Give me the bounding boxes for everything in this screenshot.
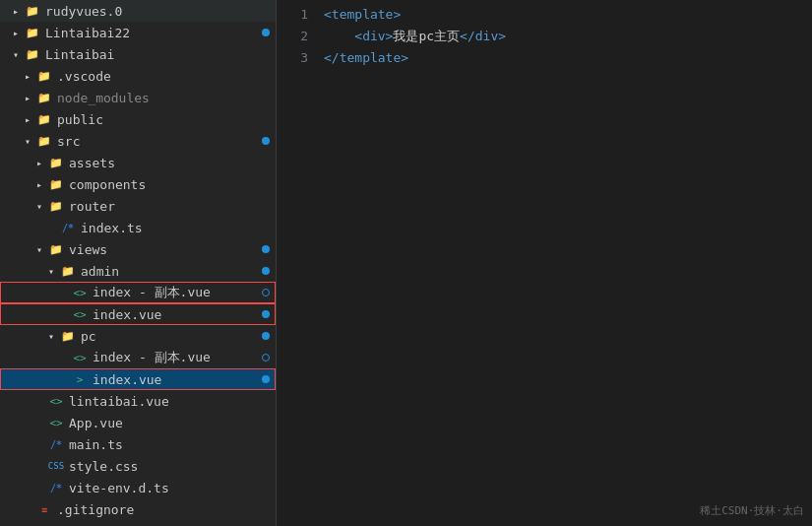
vue-icon: <> (71, 349, 89, 366)
file-admin-index-copy[interactable]: <> index - 副本.vue (0, 282, 276, 303)
file-router-index-ts[interactable]: /* index.ts (0, 217, 276, 238)
arrow-icon (20, 90, 35, 105)
folder-icon: 📁 (35, 110, 53, 128)
modified-dot (262, 267, 270, 275)
item-label: router (69, 199, 276, 214)
modified-dot (262, 354, 270, 362)
modified-dot (262, 29, 270, 36)
file-main-ts[interactable]: /* main.ts (0, 433, 276, 455)
vue-icon: <> (71, 284, 89, 301)
folder-icon: 📁 (47, 175, 65, 193)
vue-icon: <> (47, 414, 65, 431)
folder-icon: 📁 (24, 24, 41, 41)
watermark: 稀土CSDN·技林·太白 (700, 503, 804, 518)
item-label: main.ts (69, 437, 276, 452)
file-index-html[interactable]: <> index.html (0, 520, 276, 526)
item-label: lintaibai.vue (69, 394, 276, 409)
item-label: style.css (69, 459, 276, 474)
folder-icon: 📁 (24, 2, 41, 20)
arrow-icon (31, 155, 47, 170)
folder-components[interactable]: 📁 components (0, 173, 276, 195)
arrow-icon (8, 3, 24, 19)
code-line-3: </template> (324, 47, 812, 69)
folder-lintaibai[interactable]: 📁 Lintaibai (0, 43, 276, 65)
item-label: vite-env.d.ts (69, 481, 276, 495)
item-label: assets (69, 156, 276, 170)
ts-icon: /* (47, 479, 65, 496)
item-label: index - 副本.vue (93, 349, 262, 366)
arrow-icon (43, 328, 59, 344)
modified-dot (262, 375, 270, 383)
folder-icon: 📁 (47, 240, 65, 258)
html-icon: <> (35, 522, 53, 526)
arrow-icon (20, 133, 35, 149)
modified-dot (262, 332, 270, 340)
item-label: components (69, 177, 276, 192)
folder-pc[interactable]: 📁 pc (0, 325, 276, 347)
item-label: admin (81, 264, 262, 279)
code-line-1: <template> (324, 4, 812, 26)
folder-rudyvues0[interactable]: 📁 rudyvues.0 (0, 0, 276, 22)
css-icon: CSS (47, 457, 65, 475)
ts-icon: /* (59, 219, 77, 236)
folder-vscode[interactable]: 📁 .vscode (0, 65, 276, 87)
folder-public[interactable]: 📁 public (0, 108, 276, 130)
item-label: App.vue (69, 416, 276, 430)
item-label: .vscode (57, 69, 276, 84)
folder-icon: 📁 (59, 262, 77, 280)
modified-dot (262, 310, 270, 318)
folder-src[interactable]: 📁 src (0, 130, 276, 152)
ts-icon: /* (47, 435, 65, 453)
vue-icon: <> (71, 305, 89, 323)
file-vite-env[interactable]: /* vite-env.d.ts (0, 477, 276, 498)
item-label: public (57, 112, 276, 127)
arrow-icon (8, 25, 24, 40)
folder-admin[interactable]: 📁 admin (0, 260, 276, 282)
line-numbers: 1 2 3 (277, 0, 316, 526)
item-label: index.vue (93, 372, 262, 387)
code-editor[interactable]: 1 2 3 <template> <div>我是pc主页</div> </tem… (277, 0, 812, 526)
vue-icon: > (71, 370, 89, 388)
file-admin-index-vue[interactable]: <> index.vue (0, 303, 276, 325)
folder-icon: 📁 (35, 89, 53, 106)
folder-router[interactable]: 📁 router (0, 195, 276, 217)
file-explorer: 📁 rudyvues.0 📁 Lintaibai22 📁 Lintaibai 📁… (0, 0, 276, 526)
item-label: index.vue (93, 307, 262, 322)
code-content[interactable]: <template> <div>我是pc主页</div> </template> (316, 0, 812, 526)
modified-dot (262, 137, 270, 145)
file-gitignore[interactable]: ≡ .gitignore (0, 498, 276, 520)
folder-node-modules[interactable]: 📁 node_modules (0, 87, 276, 108)
arrow-icon (8, 46, 24, 62)
arrow-icon (20, 111, 35, 127)
folder-icon: 📁 (24, 45, 41, 63)
item-label: Lintaibai22 (45, 26, 262, 40)
file-pc-index-vue[interactable]: > index.vue (0, 368, 276, 390)
item-label: node_modules (57, 91, 276, 105)
folder-icon: 📁 (47, 197, 65, 215)
file-app-vue[interactable]: <> App.vue (0, 412, 276, 433)
vue-icon: <> (47, 392, 65, 410)
item-label: views (69, 242, 262, 257)
modified-dot (262, 289, 270, 296)
file-pc-index-copy[interactable]: <> index - 副本.vue (0, 347, 276, 368)
folder-icon: 📁 (47, 154, 65, 171)
folder-icon: 📁 (35, 67, 53, 85)
file-style-css[interactable]: CSS style.css (0, 455, 276, 477)
code-line-2: <div>我是pc主页</div> (324, 26, 812, 47)
folder-views[interactable]: 📁 views (0, 238, 276, 260)
file-lintaibai-vue[interactable]: <> lintaibai.vue (0, 390, 276, 412)
item-label: src (57, 134, 262, 149)
item-label: index.ts (81, 221, 276, 235)
folder-icon: 📁 (35, 132, 53, 150)
modified-dot (262, 245, 270, 253)
item-label: pc (81, 329, 262, 344)
editor-area: 1 2 3 <template> <div>我是pc主页</div> </tem… (277, 0, 812, 526)
item-label: .gitignore (57, 502, 276, 517)
item-label: rudyvues.0 (45, 4, 276, 19)
folder-assets[interactable]: 📁 assets (0, 152, 276, 173)
git-icon: ≡ (35, 500, 53, 518)
arrow-icon (20, 68, 35, 84)
arrow-icon (31, 176, 47, 192)
arrow-icon (31, 198, 47, 214)
folder-lintaibai22[interactable]: 📁 Lintaibai22 (0, 22, 276, 43)
